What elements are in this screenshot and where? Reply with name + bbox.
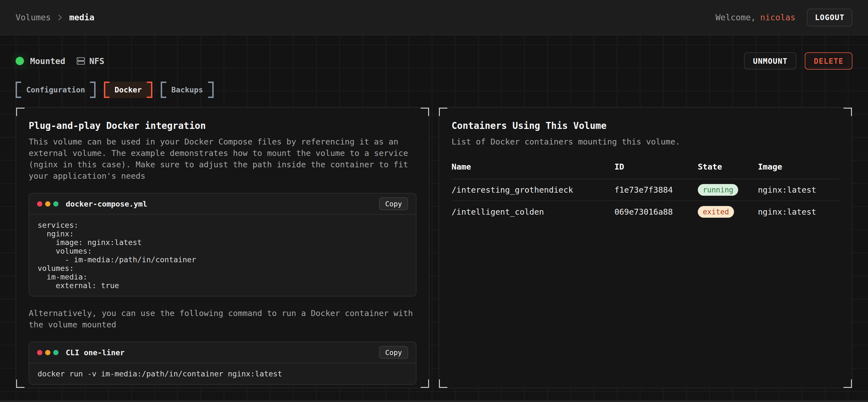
server-icon <box>76 57 85 65</box>
column-header-image: Image <box>758 162 839 171</box>
bottom-grid-band <box>0 400 868 402</box>
mounted-status-label: Mounted <box>30 56 65 66</box>
panel-corner-decoration <box>438 107 447 116</box>
containers-table-header: Name ID State Image <box>452 162 839 179</box>
container-row: /intelligent_colden 069e73016a88 exited … <box>452 201 839 223</box>
unmount-button[interactable]: UNMOUNT <box>744 52 797 70</box>
compose-code-content: services: nginx: image: nginx:latest vol… <box>29 215 416 296</box>
breadcrumb-volumes-link[interactable]: Volumes <box>16 12 51 22</box>
cli-code-block: CLI one-liner Copy docker run -v im-medi… <box>29 342 416 385</box>
compose-filename: docker-compose.yml <box>66 200 147 208</box>
cli-block-title: CLI one-liner <box>66 348 125 357</box>
top-bar: Volumes media Welcome, nicolas LOGOUT <box>0 0 868 35</box>
main-content: Mounted NFS UNMOUNT DELETE Configuration <box>0 35 868 402</box>
breadcrumb: Volumes media <box>16 12 94 22</box>
red-dot-icon <box>37 201 42 207</box>
compose-code-header: docker-compose.yml Copy <box>29 194 416 215</box>
volume-actions: UNMOUNT DELETE <box>744 52 852 70</box>
panel-corner-decoration <box>16 107 25 116</box>
column-header-state: State <box>698 162 758 171</box>
container-name: /intelligent_colden <box>452 207 615 216</box>
panel-corner-decoration <box>843 379 852 388</box>
containers-panel-title: Containers Using This Volume <box>452 120 839 131</box>
container-id: 069e73016a88 <box>615 207 698 216</box>
volume-tabs: Configuration Docker Backups <box>16 81 852 98</box>
docker-panel-description: This volume can be used in your Docker C… <box>29 136 416 182</box>
container-row: /interesting_grothendieck f1e73e7f3884 r… <box>452 179 839 201</box>
filesystem-type: NFS <box>76 56 104 66</box>
container-state: running <box>698 184 758 196</box>
amber-dot-icon <box>45 350 51 355</box>
delete-button[interactable]: DELETE <box>805 52 852 70</box>
column-header-id: ID <box>615 162 698 171</box>
panel-corner-decoration <box>843 107 852 116</box>
container-state: exited <box>698 206 758 218</box>
container-id: f1e73e7f3884 <box>615 185 698 195</box>
container-name: /interesting_grothendieck <box>452 185 615 195</box>
docker-panel-title: Plug-and-play Docker integration <box>29 120 416 131</box>
cli-code-header: CLI one-liner Copy <box>29 342 416 363</box>
containers-table: Name ID State Image /interesting_grothen… <box>452 162 839 223</box>
logout-button[interactable]: LOGOUT <box>807 9 852 27</box>
welcome-prefix: Welcome, <box>716 12 756 22</box>
container-image: nginx:latest <box>758 185 839 195</box>
cli-intro-text: Alternatively, you can use the following… <box>29 308 416 330</box>
welcome-text: Welcome, nicolas <box>716 12 796 22</box>
containers-panel: Containers Using This Volume List of Doc… <box>438 107 852 388</box>
panels-row: Plug-and-play Docker integration This vo… <box>16 107 852 388</box>
chevron-right-icon <box>56 13 64 22</box>
compose-code-block: docker-compose.yml Copy services: nginx:… <box>29 193 416 297</box>
tab-configuration[interactable]: Configuration <box>16 81 96 98</box>
panel-corner-decoration <box>421 107 430 116</box>
header-right: Welcome, nicolas LOGOUT <box>716 9 852 27</box>
panel-corner-decoration <box>421 379 430 388</box>
container-image: nginx:latest <box>758 207 839 216</box>
window-traffic-lights-icon <box>37 201 59 207</box>
amber-dot-icon <box>45 201 51 207</box>
cli-code-content: docker run -v im-media:/path/in/containe… <box>29 363 416 384</box>
panel-corner-decoration <box>16 379 25 388</box>
mounted-status-dot-icon <box>16 57 24 65</box>
column-header-name: Name <box>452 162 615 171</box>
status-badge: exited <box>698 206 734 218</box>
containers-panel-subtitle: List of Docker containers mounting this … <box>452 136 839 147</box>
volume-detail-page: Volumes media Welcome, nicolas LOGOUT Mo… <box>0 0 868 402</box>
copy-compose-button[interactable]: Copy <box>379 197 408 210</box>
green-dot-icon <box>53 350 59 355</box>
username: nicolas <box>760 12 795 22</box>
volume-status-row: Mounted NFS UNMOUNT DELETE <box>16 52 852 70</box>
status-badge: running <box>698 184 739 196</box>
breadcrumb-current-volume: media <box>69 12 94 22</box>
tab-backups[interactable]: Backups <box>161 81 214 98</box>
window-traffic-lights-icon <box>37 350 59 355</box>
volume-status-indicators: Mounted NFS <box>16 56 104 66</box>
copy-cli-button[interactable]: Copy <box>379 346 408 359</box>
red-dot-icon <box>37 350 42 355</box>
filesystem-type-label: NFS <box>89 56 104 66</box>
tab-docker[interactable]: Docker <box>104 81 152 98</box>
panel-corner-decoration <box>438 379 447 388</box>
docker-integration-panel: Plug-and-play Docker integration This vo… <box>16 107 430 388</box>
green-dot-icon <box>53 201 59 207</box>
